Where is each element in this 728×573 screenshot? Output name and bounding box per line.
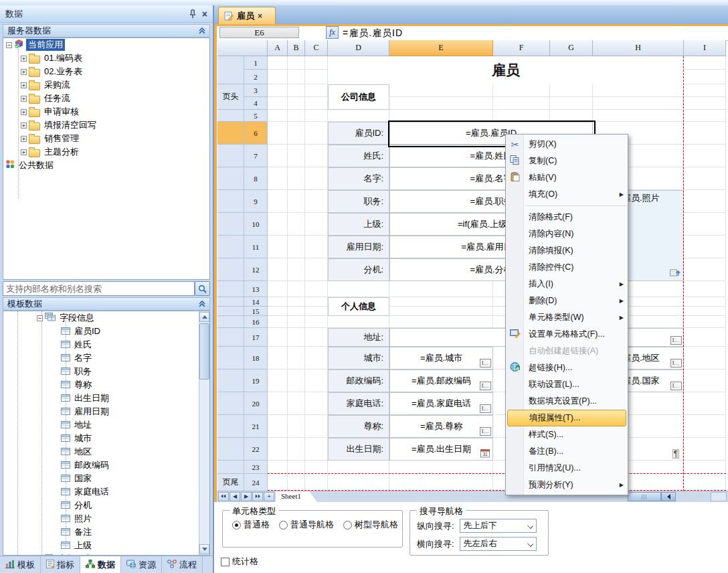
expand-node-icon[interactable]: + xyxy=(21,109,27,115)
cell-B10[interactable] xyxy=(288,213,305,236)
cell-B16[interactable] xyxy=(288,316,305,328)
cell-C20[interactable] xyxy=(305,392,328,415)
cell-A4[interactable] xyxy=(268,97,288,110)
cell-C18[interactable] xyxy=(305,347,328,370)
cell-H1[interactable] xyxy=(593,56,684,70)
context-menu-item-10[interactable]: 删除(D)▶ xyxy=(506,293,628,309)
stat-cell-checkbox-row[interactable]: 统计格 xyxy=(221,556,258,568)
cell-B14[interactable] xyxy=(288,297,305,307)
cell-I7[interactable] xyxy=(684,145,726,167)
cell-E13[interactable] xyxy=(389,281,493,297)
row-header-22[interactable]: 22 xyxy=(244,438,268,461)
cell-I20[interactable] xyxy=(684,392,726,415)
context-menu-item-6[interactable]: 清除内容(N) xyxy=(506,226,628,242)
cell-D9[interactable] xyxy=(328,190,389,213)
cell-C5[interactable] xyxy=(305,110,328,122)
template-data-section-header[interactable]: 模板数据 xyxy=(3,297,210,311)
gutter-cell[interactable] xyxy=(217,190,244,213)
server-tree-item-1[interactable]: +01.编码表 xyxy=(3,52,209,65)
cell-A16[interactable] xyxy=(268,316,288,328)
template-tree-item-11[interactable]: 邮政编码 xyxy=(3,459,209,472)
cell-I23[interactable] xyxy=(684,461,726,474)
row-header-13[interactable]: 13 xyxy=(244,281,268,297)
context-menu-item-9[interactable]: 插入(I)▶ xyxy=(506,276,628,293)
context-menu-item-21[interactable]: 预测分析(Y)▶ xyxy=(506,477,628,493)
row-header-11[interactable]: 11 xyxy=(244,236,268,258)
cell-C12[interactable] xyxy=(305,258,328,281)
gutter-cell[interactable] xyxy=(217,213,244,236)
template-tree-item-12[interactable]: 国家 xyxy=(3,472,209,485)
server-tree-item-2[interactable]: +02.业务表 xyxy=(3,65,209,78)
field-value-cell-E21[interactable]: =雇员.尊称 xyxy=(389,415,493,438)
cell-E6[interactable] xyxy=(389,122,493,145)
cell-E14[interactable] xyxy=(389,297,493,307)
context-menu-item-14[interactable]: 超链接(H)... xyxy=(506,359,628,376)
cell-B23[interactable] xyxy=(288,461,305,474)
server-tree-item-9[interactable]: 公共数据 xyxy=(3,159,209,172)
horizontal-search-select[interactable]: 先左后右 xyxy=(460,537,537,551)
cell-E24[interactable] xyxy=(389,474,493,491)
expand-node-icon[interactable]: + xyxy=(21,149,27,155)
gutter-cell[interactable] xyxy=(217,370,244,392)
cell-C9[interactable] xyxy=(305,190,328,213)
cell-B21[interactable] xyxy=(288,415,305,438)
gutter-cell[interactable] xyxy=(217,297,244,307)
cell-A19[interactable] xyxy=(268,370,288,392)
cell-I5[interactable] xyxy=(684,110,726,122)
panel-tab-3[interactable]: 资源 xyxy=(121,556,162,573)
template-tree-item-9[interactable]: 城市 xyxy=(3,432,209,445)
field-label-cell-D10[interactable]: 上级: xyxy=(328,213,389,236)
context-menu-item-19[interactable]: 备注(B)... xyxy=(506,443,628,460)
expand-node-icon[interactable]: + xyxy=(21,82,27,88)
cell-B24[interactable] xyxy=(288,474,305,491)
col-header-E[interactable]: E xyxy=(389,40,493,56)
cell-F5[interactable] xyxy=(493,110,550,122)
template-tree-item-7[interactable]: 雇用日期 xyxy=(3,405,209,418)
gutter-cell[interactable] xyxy=(217,258,244,281)
cell-A23[interactable] xyxy=(268,461,288,474)
cell-F3[interactable] xyxy=(493,84,550,97)
cell-A22[interactable] xyxy=(268,438,288,461)
formula-input[interactable]: =雇员.雇员ID xyxy=(343,27,403,39)
add-sheet-button[interactable]: + xyxy=(264,492,274,501)
cell-A9[interactable] xyxy=(268,190,288,213)
cell-A17[interactable] xyxy=(268,328,288,347)
row-header-3[interactable]: 3 xyxy=(244,84,268,97)
gutter-cell[interactable] xyxy=(217,281,244,297)
panel-tab-2[interactable]: 数据 xyxy=(80,556,121,573)
cell-D16[interactable] xyxy=(328,316,389,328)
personal-info-section-cell[interactable]: 个人信息 xyxy=(328,297,389,316)
text-widget-icon[interactable]: I… xyxy=(670,358,682,367)
cell-A24[interactable] xyxy=(268,474,288,491)
cell-D15[interactable] xyxy=(328,307,389,316)
gutter-cell[interactable] xyxy=(217,110,244,122)
template-tree-item-6[interactable]: 出生日期 xyxy=(3,392,209,405)
cell-D22[interactable] xyxy=(328,438,389,461)
cell-I17[interactable] xyxy=(684,328,726,347)
fx-button[interactable]: fx xyxy=(326,26,339,39)
collapse-node-icon[interactable]: − xyxy=(6,42,12,48)
field-label-cell-D9[interactable]: 职务: xyxy=(328,190,389,213)
cell-H3[interactable] xyxy=(593,84,684,97)
row-header-9[interactable]: 9 xyxy=(244,190,268,213)
cell-C15[interactable] xyxy=(305,307,328,316)
cell-C8[interactable] xyxy=(305,167,328,190)
cell-B19[interactable] xyxy=(288,370,305,392)
gutter-cell[interactable] xyxy=(217,328,244,347)
cell-D10[interactable] xyxy=(328,213,389,236)
cell-C21[interactable] xyxy=(305,415,328,438)
text-widget-icon[interactable]: I… xyxy=(670,335,682,345)
gutter-cell[interactable] xyxy=(217,122,244,145)
server-tree-item-3[interactable]: +采购流 xyxy=(3,78,209,92)
cell-G1[interactable] xyxy=(550,56,593,70)
radio-tree-nav-cell[interactable]: 树型导航格 xyxy=(343,519,398,531)
context-menu-item-1[interactable]: 复制(C) xyxy=(506,153,628,169)
cell-E11[interactable] xyxy=(389,236,493,258)
vertical-scrollbar[interactable] xyxy=(199,311,210,555)
cell-A11[interactable] xyxy=(268,236,288,258)
cell-D3[interactable] xyxy=(328,84,389,97)
cell-B4[interactable] xyxy=(288,97,305,110)
cell-C24[interactable] xyxy=(305,474,328,491)
field-value-cell-E19[interactable]: =雇员.邮政编码 xyxy=(389,370,493,392)
scroll-up-button[interactable] xyxy=(199,312,209,322)
